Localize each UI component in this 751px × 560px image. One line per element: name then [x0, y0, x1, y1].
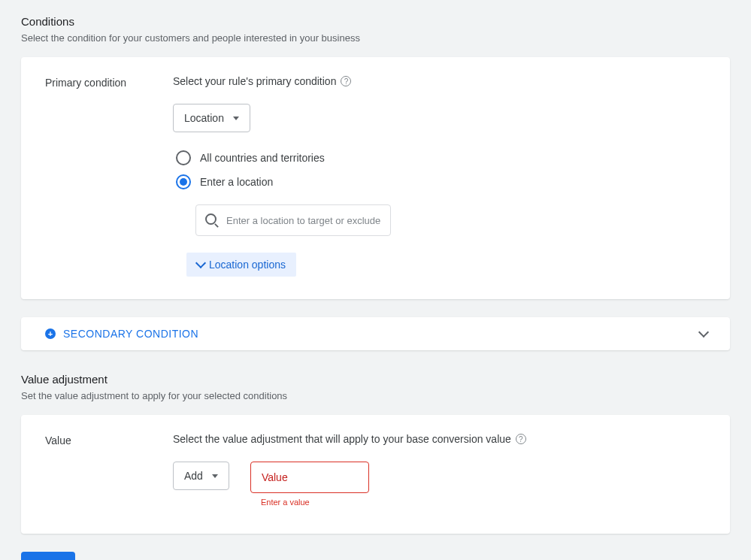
help-icon[interactable]: ? [341, 76, 351, 86]
primary-instruction-text: Select your rule's primary condition [173, 75, 336, 87]
value-adjustment-card: Value Select the value adjustment that w… [21, 415, 730, 534]
chevron-down-icon [698, 327, 709, 338]
value-adjustment-desc: Set the value adjustment to apply for yo… [21, 390, 730, 401]
plus-circle-icon: + [45, 328, 56, 339]
radio-enter-label: Enter a location [200, 176, 273, 188]
caret-down-icon [233, 117, 239, 120]
radio-icon [176, 150, 191, 165]
chevron-down-icon [195, 258, 206, 268]
primary-condition-label: Primary condition [45, 75, 173, 277]
value-adjustment-title: Value adjustment [21, 373, 730, 386]
radio-icon [176, 174, 191, 189]
location-search-box[interactable] [195, 204, 391, 236]
radio-enter-location[interactable]: Enter a location [173, 170, 706, 194]
primary-dropdown-value: Location [184, 112, 224, 124]
conditions-title: Conditions [21, 15, 730, 28]
primary-condition-dropdown[interactable]: Location [173, 104, 250, 132]
value-operation-dropdown[interactable]: Add [173, 462, 229, 490]
value-error-text: Enter a value [261, 498, 369, 507]
caret-down-icon [212, 474, 218, 478]
location-options-label: Location options [209, 259, 286, 271]
save-button[interactable]: Save [21, 552, 75, 560]
location-options-toggle[interactable]: Location options [186, 253, 296, 277]
search-icon [205, 213, 219, 227]
radio-all-countries[interactable]: All countries and territories [173, 146, 706, 170]
location-search-input[interactable] [226, 215, 381, 226]
secondary-condition-bar[interactable]: + SECONDARY CONDITION [21, 317, 730, 350]
secondary-condition-label: SECONDARY CONDITION [63, 328, 198, 340]
primary-condition-card: Primary condition Select your rule's pri… [21, 57, 730, 299]
value-label: Value [45, 433, 173, 507]
help-icon[interactable]: ? [516, 434, 526, 444]
value-operation-value: Add [184, 470, 203, 482]
conditions-desc: Select the condition for your customers … [21, 32, 730, 44]
value-input[interactable] [250, 462, 369, 493]
radio-all-label: All countries and territories [200, 152, 325, 164]
value-instruction-text: Select the value adjustment that will ap… [173, 433, 511, 445]
